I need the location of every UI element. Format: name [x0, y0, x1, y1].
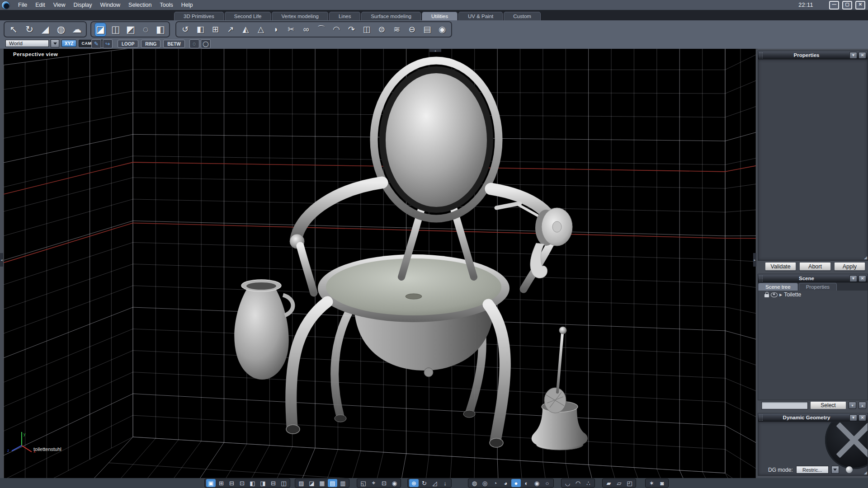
- rotate-manipulator-icon[interactable]: ↻: [420, 479, 429, 487]
- rotate-arrow-icon[interactable]: ↻: [24, 23, 35, 36]
- model-commode-chair[interactable]: [286, 61, 561, 447]
- tool-tab[interactable]: Second Life: [225, 12, 271, 20]
- hidden-line-sphere-icon[interactable]: ◎: [480, 479, 490, 487]
- menu-item[interactable]: Tools: [156, 2, 177, 8]
- dg-mode-dropdown[interactable]: Restric...: [796, 466, 829, 474]
- menu-item[interactable]: Selection: [124, 2, 156, 8]
- close-button[interactable]: ✕: [855, 1, 865, 9]
- flat-wire-sphere-icon[interactable]: ◕: [501, 479, 510, 487]
- droplet-tool-icon[interactable]: ◗: [270, 23, 282, 36]
- maximize-button[interactable]: ▢: [842, 1, 852, 9]
- wedge-icon[interactable]: ◢: [39, 23, 51, 36]
- dynamic-geometry-panel-header[interactable]: Dynamic Geometry ▼ ✕: [758, 413, 868, 422]
- ghost-box-icon[interactable]: ▱: [614, 479, 624, 487]
- chevron-down-icon[interactable]: [51, 39, 59, 47]
- perspective-viewport[interactable]: y x z Perspective view toilettenstuhl: [4, 49, 756, 478]
- drag-handle-icon[interactable]: [759, 414, 764, 421]
- grid-horizontal-icon[interactable]: ▤: [328, 479, 337, 487]
- splitter-top-handle[interactable]: ▴: [429, 49, 441, 52]
- close-panel-button[interactable]: ✕: [859, 414, 866, 421]
- chevron-down-icon[interactable]: [831, 466, 839, 474]
- splitter-right-handle[interactable]: ▸: [753, 253, 756, 267]
- sparkle-render-icon[interactable]: ✶: [647, 479, 656, 487]
- flat-shaded-sphere-icon[interactable]: ◔: [491, 479, 500, 487]
- pyramid-tool-icon[interactable]: △: [255, 23, 266, 36]
- tool-tab[interactable]: UV & Paint: [458, 12, 503, 20]
- model-water-jug[interactable]: [234, 280, 293, 380]
- model-toilet-paper-holder[interactable]: [496, 203, 572, 278]
- select-element-cube-icon[interactable]: ◧: [155, 23, 166, 36]
- quad-pane-icon[interactable]: ⊞: [217, 479, 226, 487]
- bend-arrow-icon[interactable]: ↷: [346, 23, 357, 36]
- target-tool-icon[interactable]: ◉: [436, 23, 448, 36]
- universal-manipulator-icon[interactable]: ⊕: [409, 479, 419, 487]
- tool-tab[interactable]: 3D Primitives: [174, 12, 224, 20]
- stacked-copies-icon[interactable]: ◰: [625, 479, 634, 487]
- resize-grip-icon[interactable]: ◢: [864, 255, 867, 260]
- split-cube-icon[interactable]: ◧: [194, 23, 206, 36]
- action-button[interactable]: Apply: [834, 262, 865, 271]
- spin-down-button[interactable]: ▼: [849, 402, 856, 409]
- menu-item[interactable]: Help: [177, 2, 197, 8]
- ellipse-select-icon[interactable]: ◯: [201, 39, 211, 48]
- select-vertex-cube-icon[interactable]: ◌: [140, 23, 151, 36]
- scene-panel-header[interactable]: Scene ▼ ✕: [758, 274, 868, 283]
- arc-tool-icon[interactable]: ⌒: [316, 23, 327, 36]
- menu-item[interactable]: Window: [96, 2, 124, 8]
- open-bowl-icon[interactable]: ◡: [563, 479, 572, 487]
- spin-up-button[interactable]: ▲: [859, 402, 866, 409]
- scene-tab[interactable]: Properties: [799, 283, 837, 291]
- smooth-wire-sphere-icon[interactable]: ◐: [522, 479, 531, 487]
- splitter-left-handle[interactable]: ◂: [0, 253, 3, 267]
- tool-tab[interactable]: Vertex modeling: [272, 12, 328, 20]
- tool-tab[interactable]: Surface modeling: [361, 12, 421, 20]
- zoom-region-icon[interactable]: ⊡: [379, 479, 389, 487]
- two-row-pane-icon[interactable]: ⊟: [227, 479, 236, 487]
- scene-tab[interactable]: Scene tree: [758, 283, 798, 291]
- properties-panel-header[interactable]: Properties ▼ ✕: [758, 51, 868, 60]
- collapse-panel-button[interactable]: ▼: [849, 414, 857, 421]
- arrow-cursor-icon[interactable]: ↖: [8, 23, 19, 36]
- lock-icon[interactable]: [764, 294, 769, 297]
- mirror-cube-icon[interactable]: ◫: [361, 23, 372, 36]
- drag-handle-icon[interactable]: [759, 52, 764, 58]
- tree-expand-icon[interactable]: ▶: [779, 293, 782, 297]
- chain-link-icon[interactable]: ∞: [301, 23, 312, 36]
- visibility-eye-icon[interactable]: [771, 292, 778, 297]
- textured-sphere-icon[interactable]: ◉: [532, 479, 542, 487]
- grid-axes-icon[interactable]: ▦: [317, 479, 327, 487]
- xyz-toggle-button[interactable]: XYZ: [61, 40, 76, 47]
- sweep-arrow-icon[interactable]: ↗: [225, 23, 236, 36]
- center-selection-icon[interactable]: ⌖: [369, 479, 378, 487]
- grid-edit-icon[interactable]: ▨: [297, 479, 306, 487]
- h-split-pane-icon[interactable]: ⊟: [269, 479, 278, 487]
- stripes-tool-icon[interactable]: ▤: [421, 23, 433, 36]
- close-panel-button[interactable]: ✕: [859, 275, 866, 282]
- tool-tab[interactable]: Custom: [504, 12, 541, 20]
- marquee-select-icon[interactable]: ◌: [189, 39, 199, 48]
- collapse-panel-button[interactable]: ▼: [849, 275, 857, 282]
- wireframe-sphere-icon[interactable]: ◍: [470, 479, 479, 487]
- close-panel-button[interactable]: ✕: [859, 52, 866, 59]
- cylinder-tool-icon[interactable]: ⊜: [376, 23, 387, 36]
- cone-tool-icon[interactable]: ◭: [240, 23, 251, 36]
- sphere-cluster-icon[interactable]: ∴: [584, 479, 593, 487]
- grid-vertical-icon[interactable]: ▥: [338, 479, 348, 487]
- closed-bowl-icon[interactable]: ◠: [573, 479, 583, 487]
- action-button[interactable]: Abort: [799, 262, 830, 271]
- tool-tab[interactable]: Utilities: [422, 12, 458, 20]
- model-toilet-brush[interactable]: [532, 327, 588, 450]
- smooth-shaded-sphere-icon[interactable]: ●: [511, 479, 521, 487]
- split-left-pane-icon[interactable]: ◧: [248, 479, 257, 487]
- resize-grip-icon[interactable]: ◢: [864, 470, 867, 475]
- action-button[interactable]: Validate: [765, 262, 796, 271]
- v-split-pane-icon[interactable]: ◫: [279, 479, 288, 487]
- translate-manipulator-icon[interactable]: ↓: [440, 479, 450, 487]
- select-object-cube-icon[interactable]: ◪: [94, 23, 106, 37]
- look-at-icon[interactable]: ◉: [390, 479, 399, 487]
- split-right-pane-icon[interactable]: ◨: [258, 479, 268, 487]
- minimize-button[interactable]: —: [829, 1, 839, 9]
- menu-item[interactable]: Edit: [31, 2, 49, 8]
- menu-item[interactable]: View: [49, 2, 70, 8]
- coordinate-space-dropdown[interactable]: World: [5, 40, 49, 47]
